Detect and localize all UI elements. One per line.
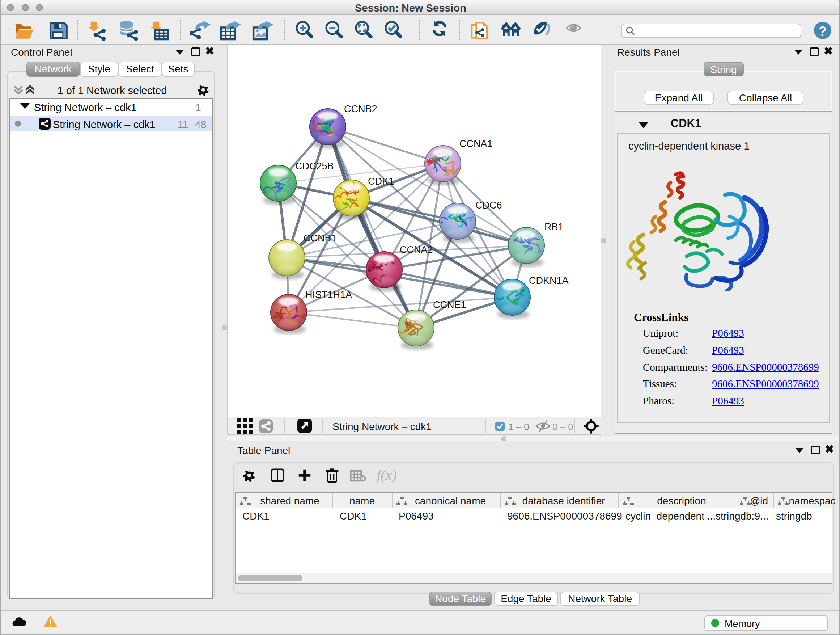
svg-text:RB1: RB1 [545, 222, 564, 233]
svg-text:CDC6: CDC6 [475, 200, 502, 211]
svg-text:HIST1H1A: HIST1H1A [305, 289, 352, 300]
svg-text:CCNE1: CCNE1 [433, 299, 466, 310]
svg-text:CCNB1: CCNB1 [303, 233, 337, 244]
svg-text:CDK1: CDK1 [368, 176, 394, 187]
svg-text:CCNA2: CCNA2 [400, 244, 433, 255]
svg-text:CCNB2: CCNB2 [344, 103, 377, 114]
svg-text:CCNA1: CCNA1 [459, 138, 493, 149]
svg-text:CDKN1A: CDKN1A [529, 275, 569, 286]
svg-text:CDC25B: CDC25B [295, 161, 334, 172]
